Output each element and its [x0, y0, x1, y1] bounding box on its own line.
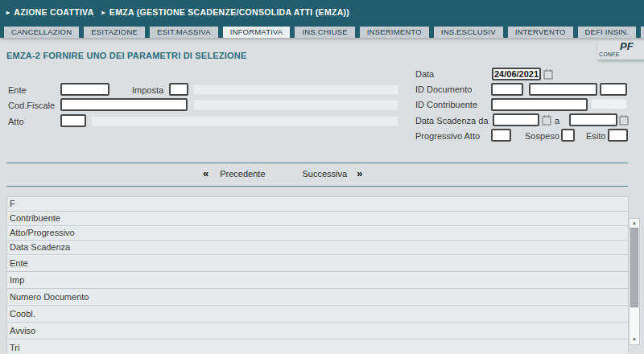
scadenza-da-input[interactable] — [493, 113, 539, 126]
scadenza-da-label: Data Scadenza da — [415, 116, 489, 126]
tab-bar: CANCELLAZION ESITAZIONE ESIT.MASSIVA INF… — [0, 24, 644, 38]
top-bar: ▸ AZIONE COATTIVA ▸ EMZA (GESTIONE SCADE… — [0, 0, 644, 24]
col-header-imp: Imp — [7, 272, 629, 289]
scroll-up-icon[interactable]: ▲ — [630, 220, 638, 227]
id-contribuente-input[interactable] — [491, 98, 588, 111]
breadcrumb: ▸ AZIONE COATTIVA ▸ EMZA (GESTIONE SCADE… — [6, 7, 357, 17]
cod-fiscale-label: Cod.Fiscale — [8, 101, 55, 110]
esito-label: Esito — [586, 131, 605, 141]
ente-input[interactable] — [60, 83, 109, 96]
data-label: Data — [415, 69, 434, 79]
next-link[interactable]: Successiva — [303, 169, 348, 179]
tab-esit-massiva[interactable]: ESIT.MASSIVA — [150, 27, 218, 38]
id-documento-input-2[interactable] — [529, 83, 597, 96]
group-header-f: F — [7, 197, 629, 212]
previous-link[interactable]: Precedente — [220, 169, 265, 179]
tab-ins-chiuse[interactable]: INS.CHIUSE — [295, 27, 354, 38]
calendar-icon[interactable] — [543, 68, 553, 80]
scroll-down-icon[interactable]: ▼ — [630, 336, 638, 344]
col-header-tri: Tri — [7, 340, 629, 354]
app-window: ▸ AZIONE COATTIVA ▸ EMZA (GESTIONE SCADE… — [0, 0, 644, 354]
col-header-avviso: Avviso — [7, 323, 629, 340]
tab-ins-esclusiv[interactable]: INS.ESCLUSIV — [434, 27, 503, 38]
id-contribuente-aux-field — [591, 99, 627, 109]
tab-inserimento[interactable]: INSERIMENTO — [360, 27, 429, 38]
scrollbar-thumb[interactable] — [630, 228, 638, 307]
calendar-icon[interactable] — [619, 114, 629, 126]
breadcrumb-arrow-icon: ▸ — [102, 9, 105, 16]
next-chevrons-icon[interactable]: » — [357, 167, 362, 179]
tab-esitazione[interactable]: ESITAZIONE — [84, 27, 145, 38]
pf-key-label: PF — [620, 41, 644, 51]
sospeso-label: Sospeso — [525, 131, 559, 141]
scadenza-a-label: a — [555, 116, 559, 126]
esito-input[interactable] — [608, 129, 628, 142]
id-documento-label: ID Documento — [415, 84, 472, 94]
table-group-header-row: F Contribuente Atto/Progressivo Data Sca… — [7, 197, 629, 255]
tab-cancellazion[interactable]: CANCELLAZION — [4, 27, 79, 38]
calendar-icon[interactable] — [542, 114, 551, 126]
col-header-coobl: Coobl. — [7, 306, 629, 323]
id-contribuente-label: ID Contribuente — [415, 100, 477, 109]
cod-fiscale-description-field — [193, 100, 398, 110]
tab-informativa[interactable]: INFORMATIVA — [223, 27, 291, 38]
results-table: F Contribuente Atto/Progressivo Data Sca… — [6, 196, 629, 354]
separator-line — [6, 186, 628, 187]
atto-description-field — [91, 116, 398, 126]
breadcrumb-arrow-icon: ▸ — [6, 9, 10, 16]
group-header-atto-progressivo: Atto/Progressivo — [7, 226, 629, 241]
breadcrumb-segment-screen: EMZA (GESTIONE SCADENZE/CONSOLIDA ATTI (… — [109, 7, 349, 17]
screen-message: EMZA-2 FORNIRE UNO DEI PARAMETRI DI SELE… — [6, 51, 246, 60]
tab-intervento[interactable]: INTERVENTO — [508, 27, 573, 38]
confirm-label: CONFE — [599, 51, 644, 58]
table-scrollbar[interactable]: ▲ ▼ — [629, 218, 640, 345]
confirm-key-hint[interactable]: PF CONFE — [597, 41, 644, 60]
tab-scad[interactable]: SCAD — [641, 27, 644, 38]
cod-fiscale-input[interactable] — [60, 98, 188, 111]
tab-defi-insin[interactable]: DEFI INSIN. — [578, 27, 636, 38]
group-header-contribuente: Contribuente — [7, 212, 629, 226]
id-documento-input-1[interactable] — [491, 83, 523, 96]
id-documento-input-3[interactable] — [600, 83, 627, 96]
sospeso-input[interactable] — [561, 129, 575, 142]
col-header-ente: Ente — [7, 255, 629, 272]
imposta-input[interactable] — [169, 83, 188, 96]
data-input[interactable] — [492, 68, 541, 80]
ente-label: Ente — [8, 85, 27, 95]
separator-line — [6, 163, 628, 163]
atto-input[interactable] — [60, 114, 86, 127]
scadenza-a-input[interactable] — [569, 113, 617, 126]
table-column-header-row: Ente Imp Numero Documento Coobl. Avviso … — [7, 255, 629, 354]
pagination: « Precedente Successiva » — [203, 167, 362, 179]
progressivo-atto-input[interactable] — [491, 129, 511, 142]
previous-chevrons-icon[interactable]: « — [203, 167, 208, 179]
col-header-numero-documento: Numero Documento — [7, 289, 629, 306]
breadcrumb-segment-app: AZIONE COATTIVA — [14, 7, 93, 17]
progressivo-atto-label: Progressivo Atto — [415, 131, 480, 141]
group-header-data-scadenza: Data Scadenza — [7, 241, 629, 255]
atto-label: Atto — [8, 117, 24, 126]
imposta-label: Imposta — [132, 85, 163, 95]
imposta-description-field — [193, 84, 398, 95]
